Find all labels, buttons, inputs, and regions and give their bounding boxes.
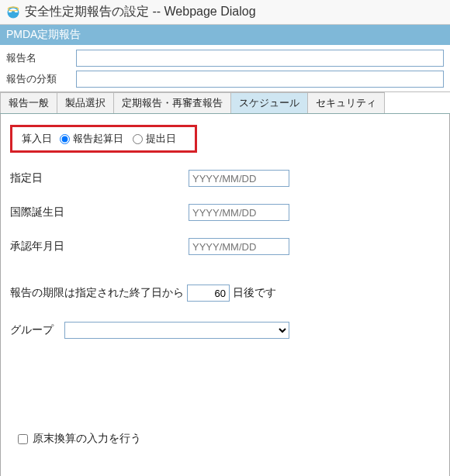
dialog-window: 安全性定期報告の設定 -- Webpage Dialog PMDA定期報告 報告…: [0, 0, 450, 476]
specified-date-row: 指定日: [10, 170, 440, 187]
report-class-label: 報告の分類: [6, 72, 76, 86]
radio-submission[interactable]: 提出日: [133, 132, 176, 146]
titlebar: 安全性定期報告の設定 -- Webpage Dialog: [0, 0, 450, 25]
deadline-days-input[interactable]: [187, 285, 230, 302]
report-name-label: 報告名: [6, 51, 76, 65]
tab-product[interactable]: 製品選択: [57, 92, 114, 113]
group-select[interactable]: [64, 322, 289, 339]
radio-report-base[interactable]: 報告起算日: [60, 132, 123, 146]
top-form: 報告名 報告の分類: [0, 45, 450, 88]
specified-date-label: 指定日: [10, 171, 189, 185]
approval-date-label: 承認年月日: [10, 240, 189, 254]
rawcalc-checkbox[interactable]: [18, 434, 28, 444]
intl-birthday-label: 国際誕生日: [10, 205, 189, 219]
report-class-input[interactable]: [76, 71, 444, 88]
specified-date-input[interactable]: [189, 170, 289, 187]
report-class-row: 報告の分類: [6, 71, 444, 88]
report-name-row: 報告名: [6, 50, 444, 67]
tab-periodic[interactable]: 定期報告・再審査報告: [114, 92, 231, 113]
ie-icon: [6, 5, 20, 19]
deadline-prefix: 報告の期限は指定された終了日から: [10, 286, 184, 300]
report-name-input[interactable]: [76, 50, 444, 67]
deadline-row: 報告の期限は指定された終了日から 日後です: [10, 285, 440, 302]
approval-date-input[interactable]: [189, 238, 289, 255]
tab-security[interactable]: セキュリティ: [308, 92, 385, 113]
intl-birthday-row: 国際誕生日: [10, 204, 440, 221]
approval-date-row: 承認年月日: [10, 238, 440, 255]
radio-report-base-label: 報告起算日: [73, 132, 123, 146]
calc-date-group: 算入日 報告起算日 提出日: [10, 125, 197, 153]
radio-submission-input[interactable]: [133, 134, 143, 144]
tab-strip: 報告一般 製品選択 定期報告・再審査報告 スケジュール セキュリティ: [0, 91, 450, 114]
window-title: 安全性定期報告の設定 -- Webpage Dialog: [25, 4, 256, 20]
rawcalc-label: 原末換算の入力を行う: [33, 432, 141, 446]
group-row: グループ: [10, 322, 440, 339]
deadline-suffix: 日後です: [233, 286, 276, 300]
radio-report-base-input[interactable]: [60, 134, 70, 144]
group-label: グループ: [10, 323, 64, 337]
tab-general[interactable]: 報告一般: [0, 92, 57, 113]
intl-birthday-input[interactable]: [189, 204, 289, 221]
schedule-panel: 算入日 報告起算日 提出日 指定日 国際誕生日 承認年月日 報告の期限は指定され…: [0, 114, 450, 476]
section-header: PMDA定期報告: [0, 25, 450, 45]
tab-schedule[interactable]: スケジュール: [231, 92, 308, 113]
rawcalc-row: 原末換算の入力を行う: [10, 432, 440, 446]
radio-submission-label: 提出日: [146, 132, 176, 146]
calc-date-label: 算入日: [22, 132, 52, 146]
